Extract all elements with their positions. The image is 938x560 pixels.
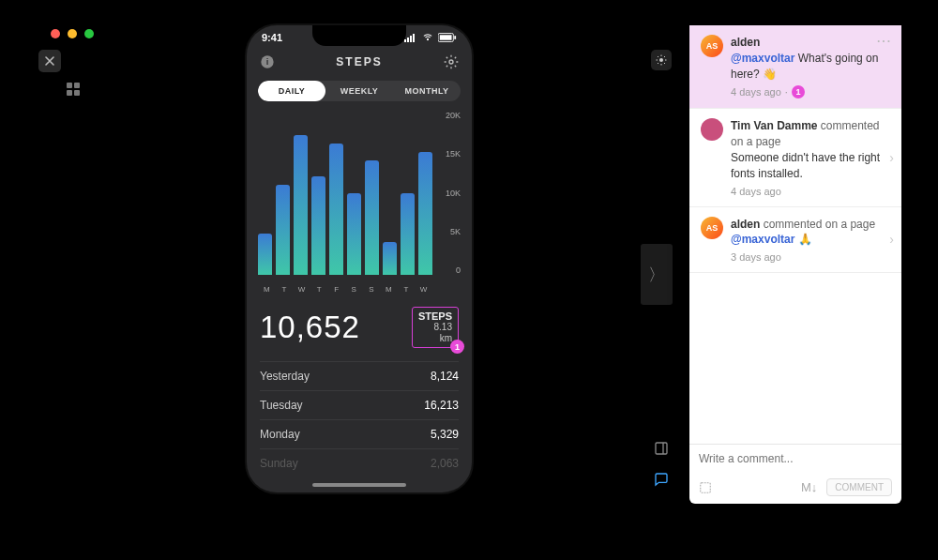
step-box-selected[interactable]: STEPS 8.13 km 1 [412, 307, 459, 348]
comment-icon[interactable] [648, 466, 674, 492]
svg-text:i: i [266, 57, 269, 67]
y-tick: 10K [436, 189, 461, 198]
home-indicator [312, 483, 406, 487]
comment-meta: 3 days ago [731, 251, 781, 263]
segmented-control: DAILY WEEKLY MONTHLY [258, 81, 461, 101]
comment-more-icon[interactable]: ··· [877, 35, 892, 48]
comment-input[interactable] [699, 452, 892, 465]
close-panel-button[interactable] [38, 50, 61, 72]
phone-notch [312, 25, 406, 46]
history-row[interactable]: Tuesday16,213 [260, 390, 459, 419]
signal-icon [404, 33, 417, 42]
step-box-badge: 1 [450, 340, 464, 354]
bar[interactable] [383, 242, 397, 275]
grid-icon[interactable] [64, 80, 83, 98]
x-tick: M [380, 285, 398, 294]
x-tick: T [276, 285, 294, 294]
info-icon[interactable]: i [260, 54, 275, 69]
window-traffic-lights [51, 29, 94, 38]
history-row[interactable]: Sunday2,063 [260, 448, 459, 477]
bar[interactable] [347, 193, 361, 276]
segment-weekly[interactable]: WEEKLY [325, 81, 393, 101]
x-tick: F [327, 285, 345, 294]
history-day: Sunday [260, 457, 298, 470]
x-tick: W [415, 285, 432, 294]
svg-rect-14 [413, 34, 415, 42]
history-day: Yesterday [260, 370, 310, 383]
x-tick: T [310, 285, 328, 294]
comments-panel: ···ASalden@maxvoltar What's going on her… [689, 25, 901, 504]
expand-chevron-icon[interactable]: 〉 [641, 244, 673, 305]
svg-line-7 [658, 63, 658, 64]
attachment-icon[interactable] [699, 481, 712, 494]
comment-name: Tim Van Damme commented on a page [731, 118, 890, 150]
history-row[interactable]: Yesterday8,124 [260, 361, 459, 390]
zoom-dot[interactable] [84, 29, 94, 38]
svg-rect-11 [404, 39, 406, 42]
svg-rect-18 [454, 36, 456, 39]
history-day: Tuesday [260, 399, 303, 412]
minimize-dot[interactable] [68, 29, 77, 38]
comment-body: @maxvoltar What's going on here? 👋 [731, 51, 890, 83]
bar[interactable] [294, 135, 308, 275]
steps-big-value: 10,652 [260, 310, 360, 345]
bar[interactable] [418, 152, 432, 275]
svg-rect-12 [407, 38, 409, 42]
bar[interactable] [329, 144, 343, 275]
history-list: Yesterday8,124Tuesday16,213Monday5,329Su… [247, 361, 472, 477]
history-value: 2,063 [431, 457, 459, 470]
svg-rect-17 [440, 35, 452, 39]
wifi-icon [421, 33, 434, 42]
steps-chart: 20K15K10K5K0 MTWTFSSMTW [258, 111, 461, 294]
x-tick: S [345, 285, 363, 294]
svg-line-5 [658, 56, 658, 57]
x-tick: S [363, 285, 381, 294]
y-tick: 15K [436, 149, 461, 159]
chevron-right-icon[interactable]: › [889, 150, 894, 165]
svg-point-0 [659, 58, 663, 62]
status-time: 9:41 [262, 32, 282, 43]
bar[interactable] [365, 160, 379, 276]
markdown-icon[interactable]: M↓ [801, 480, 817, 494]
svg-point-21 [449, 60, 453, 64]
close-dot[interactable] [51, 29, 60, 38]
comment-badge: 1 [792, 85, 805, 98]
avatar [701, 118, 723, 141]
y-tick: 5K [436, 227, 461, 236]
y-tick: 20K [436, 111, 461, 120]
bar[interactable] [258, 234, 272, 275]
brightness-toggle-icon[interactable] [651, 50, 672, 70]
bar[interactable] [401, 193, 415, 276]
chevron-right-icon[interactable]: › [889, 232, 894, 247]
comment-item[interactable]: ›ASalden commented on a page@maxvoltar 🙏… [689, 207, 901, 274]
comment-body: Someone didn't have the right fonts inst… [731, 150, 890, 182]
history-day: Monday [260, 428, 300, 441]
comment-item[interactable]: ···ASalden@maxvoltar What's going on her… [689, 25, 901, 109]
svg-line-6 [664, 63, 665, 64]
history-value: 5,329 [431, 428, 459, 441]
history-value: 16,213 [424, 399, 459, 412]
comment-name: alden [731, 35, 890, 51]
svg-rect-22 [701, 482, 711, 492]
comment-name: alden commented on a page [731, 217, 890, 233]
svg-point-15 [427, 38, 428, 39]
comment-body: @maxvoltar 🙏 [731, 232, 890, 248]
comment-item[interactable]: ›Tim Van Damme commented on a pageSomeon… [689, 109, 901, 206]
step-box-unit: km [418, 333, 452, 344]
avatar: AS [701, 35, 723, 57]
submit-comment-button[interactable]: COMMENT [826, 478, 892, 496]
page-title: STEPS [336, 55, 382, 68]
comment-meta: 4 days ago [731, 186, 781, 197]
segment-monthly[interactable]: MONTHLY [393, 81, 461, 101]
svg-rect-9 [656, 443, 667, 454]
gear-icon[interactable] [444, 54, 459, 69]
step-box-label: STEPS [418, 310, 452, 322]
history-row[interactable]: Monday5,329 [260, 419, 459, 448]
segment-daily[interactable]: DAILY [258, 81, 325, 101]
bar[interactable] [311, 176, 325, 275]
panel-icon[interactable] [648, 435, 674, 462]
history-value: 8,124 [431, 370, 459, 383]
avatar: AS [701, 217, 723, 239]
bar[interactable] [276, 185, 290, 275]
svg-line-8 [664, 56, 665, 57]
